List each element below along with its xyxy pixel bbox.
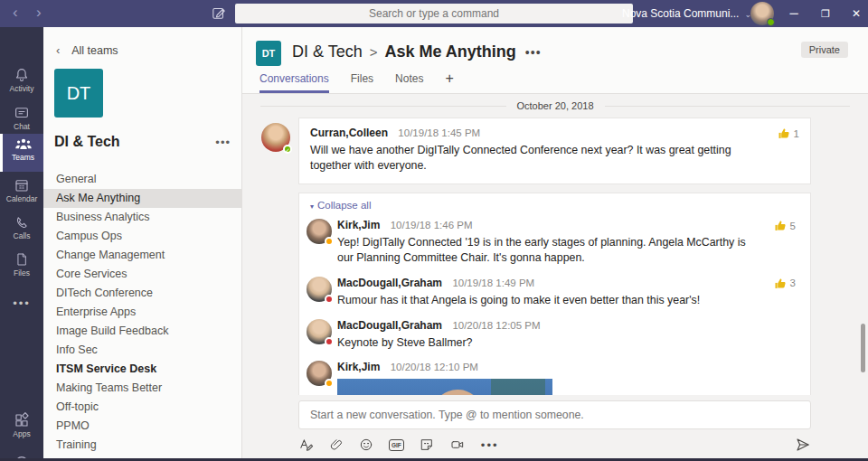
message-text: Will we have another DigITally Connected… xyxy=(310,143,799,173)
reply-message[interactable]: Kirk,Jim 10/20/18 12:10 PM xyxy=(307,353,799,395)
channel-tabs: Conversations Files Notes + xyxy=(259,71,454,93)
team-name: DI & Tech xyxy=(54,134,215,150)
team-avatar[interactable]: DT xyxy=(54,69,103,118)
message-author[interactable]: MacDougall,Graham xyxy=(337,277,442,289)
channel-general[interactable]: General xyxy=(43,170,241,189)
reply-message[interactable]: Kirk,Jim 10/19/18 1:46 PM Yep! DigITally… xyxy=(307,211,799,268)
emoji-icon[interactable] xyxy=(359,437,373,452)
channel-ask-me-anything[interactable]: Ask Me Anything xyxy=(43,189,241,208)
message-text: Yep! DigITally Connected '19 is in the e… xyxy=(337,235,799,265)
send-icon[interactable] xyxy=(795,437,811,453)
gif-icon[interactable]: GIF xyxy=(389,439,404,451)
thumbs-up-icon xyxy=(774,219,788,232)
minimize-button[interactable]: ─ xyxy=(780,0,807,27)
reply-message[interactable]: MacDougall,Graham 10/19/18 1:49 PM Rumou… xyxy=(307,268,799,311)
like-chip[interactable]: 1 xyxy=(778,127,799,140)
meet-now-icon[interactable] xyxy=(449,437,466,452)
team-more-icon[interactable]: ••• xyxy=(215,136,231,149)
team-sidebar: ‹ All teams DT DI & Tech ••• General Ask… xyxy=(43,27,242,461)
like-chip[interactable]: 3 xyxy=(774,277,796,290)
channel-off-topic[interactable]: Off-topic xyxy=(43,398,241,417)
rail-more-icon[interactable]: ••• xyxy=(0,296,43,310)
channel-ditech-conference[interactable]: DITech Conference xyxy=(43,284,241,303)
search-input[interactable] xyxy=(235,4,633,24)
rail-item-apps[interactable]: Apps xyxy=(0,412,43,438)
like-count: 1 xyxy=(794,128,799,139)
rail-item-chat[interactable]: Chat xyxy=(0,105,43,131)
collapse-chevron-icon: ▾ xyxy=(310,202,314,211)
team-avatar-small: DT xyxy=(256,41,281,66)
channel-change-management[interactable]: Change Management xyxy=(43,246,241,265)
channel-training[interactable]: Training xyxy=(43,436,241,455)
steve-ballmer-image[interactable] xyxy=(337,379,552,395)
avatar-colleen: ✓ xyxy=(261,123,290,152)
date-divider: October 20, 2018 xyxy=(260,99,850,112)
app-shell: Activity Chat Teams Calendar Calls Files… xyxy=(0,27,868,461)
breadcrumb-team[interactable]: DI & Tech xyxy=(292,42,363,61)
channel-enterprise-apps[interactable]: Enterprise Apps xyxy=(43,303,241,322)
channel-itsm-service-desk[interactable]: ITSM Service Desk xyxy=(43,360,241,379)
thumbs-up-icon xyxy=(774,277,788,290)
message-time: 10/19/18 1:49 PM xyxy=(452,278,534,288)
avatar-graham xyxy=(307,277,332,302)
message-author[interactable]: Kirk,Jim xyxy=(337,219,380,231)
reply-thread: ▾Collapse all Kirk,Jim 10/19/18 1:46 PM … xyxy=(298,193,811,395)
message-time: 10/19/18 1:46 PM xyxy=(391,220,473,230)
channel-core-services[interactable]: Core Services xyxy=(43,265,241,284)
thumbs-up-icon xyxy=(778,127,791,140)
tab-notes[interactable]: Notes xyxy=(395,72,423,93)
phone-icon xyxy=(14,215,30,230)
history-forward-icon[interactable]: › xyxy=(36,0,42,27)
all-teams-back[interactable]: ‹ All teams xyxy=(56,43,118,57)
channel-ppmo[interactable]: PPMO xyxy=(43,417,241,436)
avatar-jim xyxy=(307,361,332,386)
rail-item-calendar[interactable]: Calendar xyxy=(0,177,43,203)
channel-more-icon[interactable]: ••• xyxy=(525,45,542,60)
status-available-icon: ✓ xyxy=(283,145,292,154)
maximize-button[interactable]: ❐ xyxy=(812,0,839,27)
add-tab-icon[interactable]: + xyxy=(445,71,453,93)
history-back-icon[interactable]: ‹ xyxy=(13,0,18,27)
user-avatar[interactable] xyxy=(750,2,774,25)
message-author[interactable]: Kirk,Jim xyxy=(337,361,380,373)
like-chip[interactable]: 5 xyxy=(774,219,796,232)
file-icon xyxy=(14,251,29,268)
channel-making-teams-better[interactable]: Making Teams Better xyxy=(43,379,241,398)
rail-item-calls[interactable]: Calls xyxy=(0,215,43,240)
channel-campus-ops[interactable]: Campus Ops xyxy=(43,227,241,246)
like-count: 3 xyxy=(790,278,796,288)
status-away-icon xyxy=(325,237,334,246)
tab-conversations[interactable]: Conversations xyxy=(259,72,329,93)
new-conversation-input[interactable] xyxy=(298,400,811,429)
collapse-all-link[interactable]: ▾Collapse all xyxy=(307,200,799,211)
message-text: Keynote by Steve Ballmer? xyxy=(337,335,799,351)
breadcrumb-channel: Ask Me Anything xyxy=(384,42,515,61)
compose-more-icon[interactable]: ••• xyxy=(481,438,499,452)
message-author[interactable]: Curran,Colleen xyxy=(310,127,388,139)
rail-item-activity[interactable]: Activity xyxy=(0,67,43,93)
message-author[interactable]: MacDougall,Graham xyxy=(337,319,442,332)
avatar-graham xyxy=(307,319,332,344)
rail-item-teams[interactable]: Teams xyxy=(0,134,43,172)
channel-info-sec[interactable]: Info Sec xyxy=(43,341,241,360)
format-icon[interactable] xyxy=(298,437,314,453)
rail-item-files[interactable]: Files xyxy=(0,251,43,278)
status-available-icon xyxy=(767,18,775,26)
tab-files[interactable]: Files xyxy=(351,72,373,93)
channel-pane: DT DI & Tech>Ask Me Anything••• Private … xyxy=(242,27,868,461)
compose-toolbar: GIF ••• xyxy=(298,437,811,453)
org-switcher[interactable]: Nova Scotia Communi...⌄ xyxy=(622,0,751,27)
sticker-icon[interactable] xyxy=(420,437,434,452)
new-chat-icon[interactable] xyxy=(211,5,226,24)
close-button[interactable]: ✕ xyxy=(843,0,868,27)
reply-message[interactable]: MacDougall,Graham 10/20/18 12:05 PM Keyn… xyxy=(307,311,799,353)
chat-icon xyxy=(14,105,30,121)
channel-title: DI & Tech>Ask Me Anything••• xyxy=(292,42,542,61)
channel-image-build-feedback[interactable]: Image Build Feedback xyxy=(43,322,241,341)
attach-icon[interactable] xyxy=(329,437,344,452)
scrollbar-thumb[interactable] xyxy=(861,324,865,372)
message-list[interactable]: October 20, 2018 ✓ Curran,Colleen 10/19/… xyxy=(242,94,868,395)
message-time: 10/20/18 12:05 PM xyxy=(452,320,540,331)
channel-business-analytics[interactable]: Business Analytics xyxy=(43,208,241,227)
message-root[interactable]: ✓ Curran,Colleen 10/19/18 1:45 PM Will w… xyxy=(298,118,811,184)
